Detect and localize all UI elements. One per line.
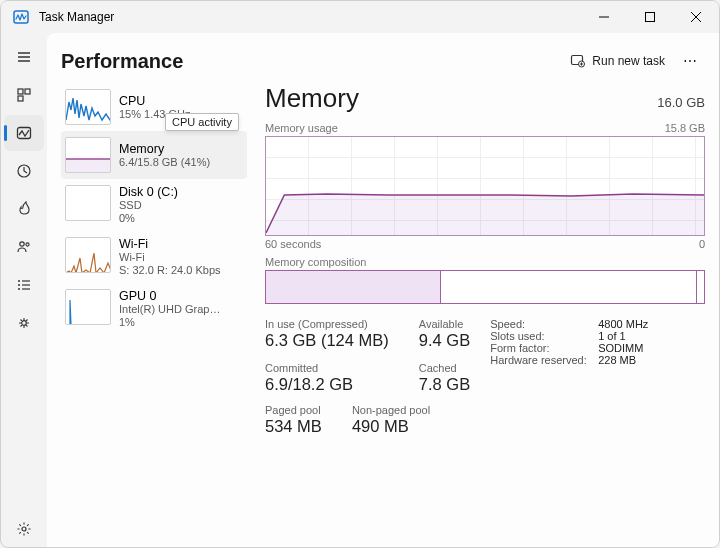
comp-in-use [266, 271, 441, 303]
disk-thumb [65, 185, 111, 221]
card-sub: 6.4/15.8 GB (41%) [119, 156, 210, 169]
page-title: Performance [61, 50, 183, 73]
card-title: GPU 0 [119, 289, 220, 303]
usage-max: 15.8 GB [665, 122, 705, 134]
svg-marker-30 [266, 194, 704, 235]
card-title: Wi-Fi [119, 237, 221, 251]
memory-specs: Speed:4800 MHz Slots used:1 of 1 Form fa… [490, 318, 648, 394]
nav-users[interactable] [4, 229, 44, 265]
nav-processes[interactable] [4, 77, 44, 113]
svg-point-17 [18, 284, 20, 286]
inuse-value: 6.3 GB (124 MB) [265, 331, 389, 350]
card-title: CPU [119, 94, 191, 108]
available-value: 9.4 GB [419, 331, 470, 350]
card-sub2: 0% [119, 212, 178, 225]
memory-composition-bar [265, 270, 705, 304]
svg-point-15 [18, 280, 20, 282]
card-sub: Intel(R) UHD Grap… [119, 303, 220, 316]
comp-available [441, 271, 696, 303]
svg-rect-27 [66, 159, 111, 173]
detail-title: Memory [265, 83, 359, 114]
app-icon [13, 9, 29, 25]
run-new-task-label: Run new task [592, 54, 665, 68]
nav-app-history[interactable] [4, 153, 44, 189]
memory-usage-chart [265, 136, 705, 236]
memory-total: 16.0 GB [657, 95, 705, 110]
svg-rect-2 [646, 13, 655, 22]
axis-right: 0 [699, 238, 705, 250]
svg-rect-10 [18, 96, 23, 101]
card-sub: Wi-Fi [119, 251, 221, 264]
svg-point-21 [22, 321, 27, 326]
title-bar: Task Manager [1, 1, 719, 33]
available-label: Available [419, 318, 470, 330]
cached-label: Cached [419, 362, 470, 374]
committed-value: 6.9/18.2 GB [265, 375, 389, 394]
minimize-button[interactable] [581, 1, 627, 33]
nav-rail [1, 33, 47, 547]
memory-thumb [65, 137, 111, 173]
content-area: Performance Run new task ⋯ [47, 33, 719, 547]
cpu-thumb [65, 89, 111, 125]
hamburger-icon[interactable] [4, 39, 44, 75]
wifi-thumb [65, 237, 111, 273]
spec-k: Hardware reserved: [490, 354, 598, 366]
inuse-label: In use (Compressed) [265, 318, 389, 330]
card-sub2: 1% [119, 316, 220, 329]
resource-list: CPU 15% 1.43 GHz CPU activity Memory [61, 83, 247, 537]
card-sub: SSD [119, 199, 178, 212]
close-button[interactable] [673, 1, 719, 33]
card-title: Memory [119, 142, 210, 156]
composition-label: Memory composition [265, 256, 705, 268]
spec-v: 1 of 1 [598, 330, 626, 342]
svg-rect-8 [18, 89, 23, 94]
nonpaged-value: 490 MB [352, 417, 430, 436]
nav-details[interactable] [4, 267, 44, 303]
card-sub2: S: 32.0 R: 24.0 Kbps [119, 264, 221, 277]
memory-detail: Memory 16.0 GB Memory usage 15.8 GB [257, 83, 705, 537]
nav-startup[interactable] [4, 191, 44, 227]
page-header: Performance Run new task ⋯ [61, 49, 705, 73]
card-memory[interactable]: Memory 6.4/15.8 GB (41%) [61, 131, 247, 179]
spec-v: SODIMM [598, 342, 643, 354]
axis-left: 60 seconds [265, 238, 321, 250]
nav-services[interactable] [4, 305, 44, 341]
comp-reserved [696, 271, 704, 303]
paged-value: 534 MB [265, 417, 322, 436]
card-gpu[interactable]: GPU 0 Intel(R) UHD Grap… 1% [61, 283, 247, 335]
spec-v: 228 MB [598, 354, 636, 366]
nav-settings[interactable] [4, 511, 44, 547]
more-button[interactable]: ⋯ [675, 53, 705, 69]
svg-rect-9 [25, 89, 30, 94]
svg-point-19 [18, 288, 20, 290]
card-title: Disk 0 (C:) [119, 185, 178, 199]
spec-k: Slots used: [490, 330, 598, 342]
card-disk[interactable]: Disk 0 (C:) SSD 0% [61, 179, 247, 231]
usage-label: Memory usage [265, 122, 338, 134]
gpu-thumb [65, 289, 111, 325]
svg-point-22 [22, 527, 26, 531]
run-new-task-button[interactable]: Run new task [564, 49, 671, 73]
spec-k: Form factor: [490, 342, 598, 354]
paged-label: Paged pool [265, 404, 322, 416]
svg-point-13 [20, 242, 24, 246]
svg-point-14 [26, 243, 29, 246]
cached-value: 7.8 GB [419, 375, 470, 394]
nav-performance[interactable] [4, 115, 44, 151]
svg-rect-11 [18, 128, 31, 139]
committed-label: Committed [265, 362, 389, 374]
cpu-tooltip: CPU activity [165, 113, 239, 131]
window-title: Task Manager [39, 10, 114, 24]
card-wifi[interactable]: Wi-Fi Wi-Fi S: 32.0 R: 24.0 Kbps [61, 231, 247, 283]
spec-k: Speed: [490, 318, 598, 330]
spec-v: 4800 MHz [598, 318, 648, 330]
run-new-task-icon [570, 53, 586, 69]
nonpaged-label: Non-paged pool [352, 404, 430, 416]
card-cpu[interactable]: CPU 15% 1.43 GHz CPU activity [61, 83, 247, 131]
maximize-button[interactable] [627, 1, 673, 33]
